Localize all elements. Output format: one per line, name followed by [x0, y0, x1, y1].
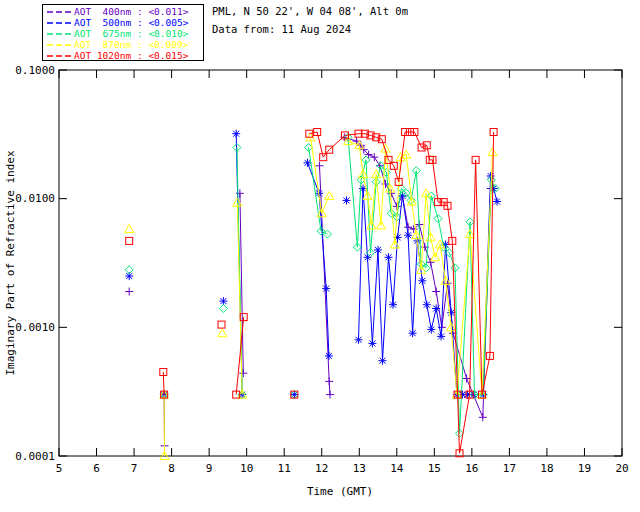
x-tick-label: 14 — [390, 462, 404, 475]
marker-plus — [404, 223, 412, 231]
x-tick-label: 18 — [540, 462, 553, 475]
legend-value: <0.005> — [148, 17, 188, 28]
x-tick-label: 19 — [578, 462, 591, 475]
x-tick-label: 10 — [240, 462, 253, 475]
series-aot-1020nm — [126, 129, 497, 457]
legend-label: AOT 870nm : <0.009> — [74, 39, 188, 50]
series-aot-675nm — [125, 133, 499, 437]
legend-box: AOT 400nm : <0.011> AOT 500nm : <0.005> … — [42, 4, 204, 61]
marker-square — [218, 321, 225, 328]
marker-asterisk — [432, 305, 440, 313]
legend-dash-icon — [47, 54, 71, 58]
marker-asterisk — [418, 277, 426, 285]
legend-label: AOT 400nm : <0.011> — [74, 6, 188, 17]
marker-asterisk — [389, 301, 397, 309]
legend-value: <0.010> — [148, 28, 188, 39]
marker-plus — [316, 162, 324, 170]
marker-plus — [125, 288, 133, 296]
page-root: 5678910111213141516171819200.10000.01000… — [0, 0, 640, 512]
marker-asterisk — [325, 352, 333, 360]
x-axis-label: Time (GMT) — [307, 485, 373, 498]
marker-plus — [432, 288, 440, 296]
marker-plus — [326, 391, 334, 399]
marker-plus — [239, 369, 247, 377]
series-aot-500nm — [125, 130, 501, 399]
x-tick-label: 17 — [503, 462, 516, 475]
series-group — [125, 129, 501, 460]
marker-triangle — [218, 329, 227, 337]
legend-dash-icon — [47, 10, 71, 14]
y-tick-label: 0.0100 — [15, 192, 55, 205]
marker-plus — [463, 375, 471, 383]
legend-row: AOT 500nm : <0.005> — [43, 17, 203, 28]
legend-label: AOT 1020nm : <0.015> — [74, 50, 188, 61]
legend-dash-icon — [47, 21, 71, 25]
legend-value: <0.009> — [148, 39, 188, 50]
plot-title-line1: PML, N 50 22', W 04 08', Alt 0m — [212, 5, 408, 17]
legend-row: AOT 675nm : <0.010> — [43, 28, 203, 39]
x-tick-label: 6 — [93, 462, 100, 475]
legend-label: AOT 500nm : <0.005> — [74, 17, 188, 28]
legend-dash-icon — [47, 32, 71, 36]
marker-asterisk — [379, 357, 387, 365]
marker-asterisk — [423, 301, 431, 309]
x-tick-label: 11 — [278, 462, 291, 475]
plot-title-line2: Data from: 11 Aug 2024 — [212, 23, 351, 35]
plot-frame: 5678910111213141516171819200.10000.01000… — [15, 64, 628, 476]
series-line — [344, 137, 490, 417]
y-tick-label: 0.0001 — [15, 450, 55, 463]
marker-asterisk — [290, 391, 298, 399]
legend-dash-icon — [47, 43, 71, 47]
marker-asterisk — [364, 253, 372, 261]
marker-asterisk — [409, 329, 417, 337]
legend-row: AOT 1020nm : <0.015> — [43, 50, 203, 61]
plot-border — [59, 70, 622, 456]
legend-row: AOT 870nm : <0.009> — [43, 39, 203, 50]
marker-square — [126, 237, 133, 244]
marker-asterisk — [322, 285, 330, 293]
legend-label: AOT 675nm : <0.010> — [74, 28, 188, 39]
x-tick-label: 9 — [206, 462, 213, 475]
marker-asterisk — [232, 130, 240, 138]
marker-diamond — [219, 305, 227, 313]
marker-asterisk — [368, 339, 376, 347]
marker-plus — [479, 413, 487, 421]
marker-asterisk — [427, 326, 435, 334]
x-tick-label: 12 — [315, 462, 328, 475]
marker-asterisk — [437, 332, 445, 340]
x-tick-label: 7 — [131, 462, 138, 475]
marker-asterisk — [447, 309, 455, 317]
legend-value: <0.011> — [148, 6, 188, 17]
y-axis-label: Imaginary Part of Refractive index — [4, 150, 17, 376]
marker-plus — [325, 377, 333, 385]
x-tick-label: 16 — [465, 462, 478, 475]
marker-asterisk — [355, 336, 363, 344]
marker-asterisk — [404, 231, 412, 239]
x-tick-label: 8 — [168, 462, 175, 475]
x-tick-label: 13 — [353, 462, 366, 475]
series-aot-400nm — [125, 133, 494, 450]
series-line — [320, 166, 331, 395]
marker-asterisk — [385, 253, 393, 261]
marker-asterisk — [493, 198, 501, 206]
x-tick-label: 20 — [615, 462, 628, 475]
legend-value: <0.015> — [148, 50, 188, 61]
marker-asterisk — [343, 196, 351, 204]
marker-triangle — [125, 225, 134, 233]
y-tick-label: 0.1000 — [15, 64, 55, 77]
series-line — [348, 137, 495, 433]
series-aot-870nm — [125, 133, 497, 460]
x-tick-label: 15 — [428, 462, 441, 475]
x-tick-label: 5 — [56, 462, 63, 475]
y-tick-label: 0.0010 — [15, 321, 55, 334]
legend-row: AOT 400nm : <0.011> — [43, 6, 203, 17]
series-line — [309, 132, 493, 453]
chart-svg: 5678910111213141516171819200.10000.01000… — [0, 0, 640, 512]
marker-triangle — [325, 191, 334, 199]
